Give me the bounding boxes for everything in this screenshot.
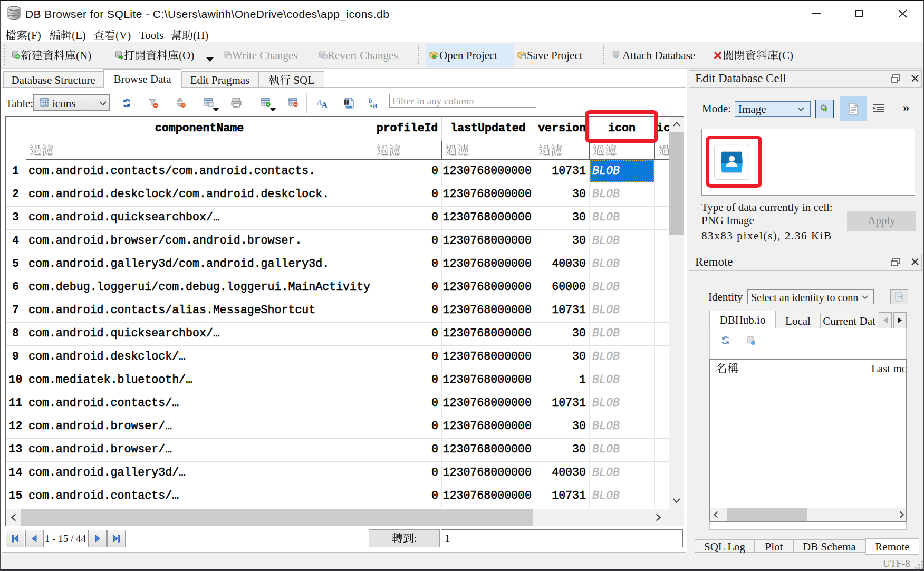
svg-text:A: A: [321, 100, 328, 110]
svg-text:b: b: [369, 98, 372, 104]
svg-text:a: a: [373, 101, 377, 109]
